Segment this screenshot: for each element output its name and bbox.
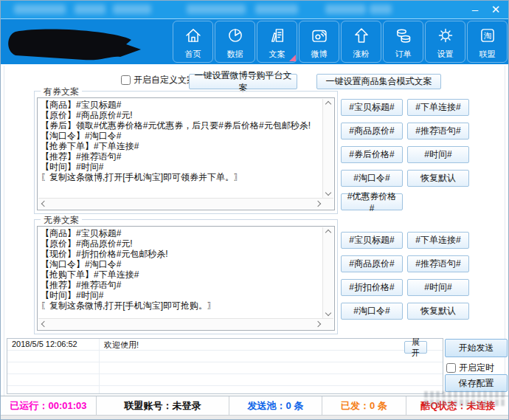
pie-chart-icon: [226, 26, 245, 48]
gear-icon: [436, 26, 455, 48]
status-runtime: 已运行：00:01:03: [1, 396, 97, 415]
vertical-scrollbar[interactable]: [322, 227, 333, 318]
preset-weibo-button[interactable]: 一键设置微博导购平台文案: [189, 74, 297, 89]
insert-order-link-button[interactable]: #下单连接#: [407, 99, 469, 116]
redacted-title: [75, 4, 105, 14]
nav-label: 文案: [269, 49, 285, 58]
custom-copy-checkbox-label: 开启自定义文案: [134, 74, 195, 86]
no-coupon-textarea-text: 【商品】#宝贝标题# 【原价】#商品原价#元! 【现价】#折扣价格#元包邮秒杀!…: [38, 227, 322, 318]
insert-item-title-button[interactable]: #宝贝标题#: [341, 99, 403, 116]
timer-checkbox[interactable]: 开启定时: [446, 362, 494, 374]
status-bar: 已运行：00:01:03 联盟账号：未登录 发送池：0 条 已发：0 条 酷Q状…: [1, 396, 509, 416]
save-config-button[interactable]: 保存配置: [445, 374, 508, 392]
insert-after-coupon-price-button[interactable]: #券后价格#: [341, 146, 403, 163]
status-sent-count: 已发：0 条: [322, 396, 406, 415]
log-row: [7, 362, 443, 374]
insert-time-button[interactable]: #时间#: [407, 279, 469, 296]
nav-home[interactable]: 首页: [173, 21, 213, 63]
nav-orders[interactable]: 订单: [383, 21, 423, 63]
nav-label: 涨粉: [353, 49, 370, 58]
no-coupon-group-title: 无券文案: [41, 214, 82, 227]
nav-grow-fans[interactable]: 涨粉: [341, 21, 381, 63]
insert-taoword-button[interactable]: #淘口令#: [341, 170, 403, 187]
insert-order-link-button[interactable]: #下单连接#: [407, 232, 469, 249]
redacted-title: [325, 4, 366, 14]
nav-copywriting[interactable]: 文案: [257, 21, 297, 63]
app-window: – ✕ 首页 数据 文案: [0, 0, 509, 420]
horizontal-scrollbar[interactable]: [38, 318, 333, 329]
scroll-down-icon[interactable]: [325, 310, 331, 316]
minimize-button[interactable]: –: [465, 1, 485, 17]
redacted-title: [370, 4, 392, 14]
taobao-icon: 淘: [478, 26, 497, 48]
expand-log-button[interactable]: 展开: [404, 341, 427, 354]
timer-checkbox-label: 开启定时: [459, 362, 494, 374]
redacted-logo: [4, 23, 151, 63]
insert-item-title-button[interactable]: #宝贝标题#: [341, 232, 403, 249]
status-alliance-account: 联盟账号：未登录: [97, 396, 229, 415]
insert-taoword-button[interactable]: #淘口令#: [341, 303, 403, 320]
arrow-up-icon: [352, 26, 371, 48]
close-button[interactable]: ✕: [486, 1, 505, 17]
nav-label: 设置: [437, 49, 454, 58]
insert-original-price-button[interactable]: #商品原价#: [341, 255, 403, 272]
insert-recommend-button[interactable]: #推荐语句#: [407, 123, 469, 140]
coupon-group-title: 有券文案: [41, 86, 82, 98]
log-timestamp: 2018/5/5 12:06:52: [12, 340, 77, 348]
nav-weibo[interactable]: 微博: [299, 21, 339, 63]
nav-label: 数据: [227, 49, 243, 58]
start-send-button[interactable]: 开始发送: [445, 339, 508, 357]
scroll-left-icon[interactable]: [41, 201, 47, 207]
toolbar-nav: 首页 数据 文案 微博: [173, 21, 508, 63]
status-coolq: 酷Q状态：未连接: [406, 396, 509, 415]
redacted-title: [187, 4, 246, 14]
redacted-title: [113, 4, 151, 14]
scroll-down-icon[interactable]: [325, 190, 331, 196]
nav-label: 订单: [395, 49, 412, 58]
insert-original-price-button[interactable]: #商品原价#: [341, 123, 403, 140]
restore-default-button[interactable]: 恢复默认: [407, 303, 469, 320]
scroll-right-icon[interactable]: [315, 321, 321, 327]
insert-discount-price-button[interactable]: #折扣价格#: [341, 279, 403, 296]
scroll-up-icon[interactable]: [325, 101, 331, 107]
nav-label: 首页: [185, 49, 201, 58]
redacted-title: [255, 4, 298, 14]
timer-checkbox-input[interactable]: [446, 363, 456, 373]
home-icon: [184, 26, 203, 48]
scroll-right-icon[interactable]: [315, 201, 321, 207]
insert-recommend-button[interactable]: #推荐语句#: [407, 255, 469, 272]
weibo-icon: [310, 26, 329, 48]
log-row: [7, 374, 443, 386]
log-row: 2018/5/5 12:06:52 欢迎使用!: [7, 339, 443, 351]
horizontal-scrollbar[interactable]: [38, 198, 333, 209]
insert-time-button[interactable]: #时间#: [407, 146, 469, 163]
coupon-groupbox: 有券文案 【商品】#宝贝标题# 【原价】#商品原价#元! 【券后】领取#优惠券价…: [34, 91, 338, 214]
no-coupon-groupbox: 无券文案 【商品】#宝贝标题# 【原价】#商品原价#元! 【现价】#折扣价格#元…: [34, 219, 338, 334]
nav-label: 联盟: [479, 49, 496, 58]
title-bar: – ✕: [1, 1, 509, 18]
no-coupon-textarea[interactable]: 【商品】#宝贝标题# 【原价】#商品原价#元! 【现价】#折扣价格#元包邮秒杀!…: [37, 226, 335, 331]
custom-copy-checkbox-input[interactable]: [121, 75, 131, 85]
main-toolbar: 首页 数据 文案 微博: [1, 18, 509, 64]
log-message: 欢迎使用!: [104, 340, 139, 351]
status-send-pool: 发送池：0 条: [229, 396, 322, 415]
client-frame-left: [4, 66, 4, 413]
log-panel[interactable]: 2018/5/5 12:06:52 欢迎使用! 展开: [7, 338, 443, 394]
scroll-left-icon[interactable]: [41, 321, 47, 327]
vertical-scrollbar[interactable]: [322, 99, 333, 198]
custom-copy-checkbox[interactable]: 开启自定义文案: [121, 74, 195, 86]
coins-icon: [394, 26, 413, 48]
coupon-textarea[interactable]: 【商品】#宝贝标题# 【原价】#商品原价#元! 【券后】领取#优惠券价格#元优惠…: [37, 97, 335, 210]
insert-coupon-price-button[interactable]: #优惠券价格#: [341, 193, 403, 210]
preset-product-button[interactable]: 一键设置商品集合模式文案: [316, 74, 441, 89]
active-tab-indicator: [289, 55, 296, 61]
restore-default-button[interactable]: 恢复默认: [407, 170, 469, 187]
coupon-textarea-text: 【商品】#宝贝标题# 【原价】#商品原价#元! 【券后】领取#优惠券价格#元优惠…: [38, 99, 322, 198]
copywriting-icon: [268, 26, 287, 48]
nav-settings[interactable]: 设置: [425, 21, 465, 63]
nav-data[interactable]: 数据: [215, 21, 255, 63]
scroll-up-icon[interactable]: [325, 230, 331, 235]
nav-label: 微博: [311, 49, 328, 58]
window-bottom-edge: [1, 416, 509, 420]
nav-alliance[interactable]: 淘 联盟: [467, 21, 508, 63]
